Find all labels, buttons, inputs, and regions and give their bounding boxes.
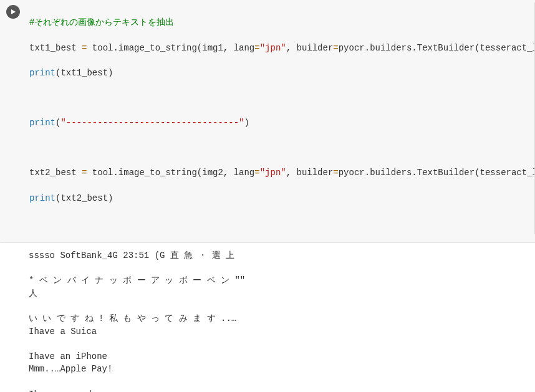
svg-marker-0 [11, 9, 16, 14]
code-cell: #それぞれの画像からテキストを抽出 txt1_best = tool.image… [0, 0, 535, 243]
run-cell-button[interactable] [6, 5, 20, 19]
cell-gutter [1, 2, 26, 234]
cell-output: sssso SoftBank_4G 23:51 (G 直 急 ・ 選 上 * ベ… [0, 243, 535, 392]
code-editor[interactable]: #それぞれの画像からテキストを抽出 txt1_best = tool.image… [26, 2, 535, 234]
code-comment: #それぞれの画像からテキストを抽出 [29, 17, 174, 27]
notebook: #それぞれの画像からテキストを抽出 txt1_best = tool.image… [0, 0, 535, 392]
play-icon [10, 9, 16, 15]
